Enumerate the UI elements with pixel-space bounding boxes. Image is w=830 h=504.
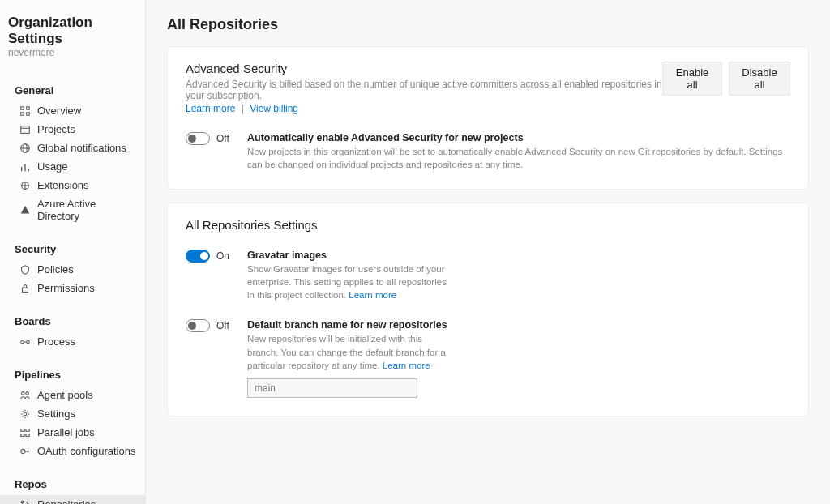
repo-icon bbox=[19, 499, 31, 505]
sidebar-item-overview[interactable]: Overview bbox=[0, 101, 145, 120]
all-repos-settings-card: All Repositories Settings On Gravatar im… bbox=[167, 203, 809, 416]
sidebar-item-settings[interactable]: Settings bbox=[0, 404, 145, 423]
learn-more-link[interactable]: Learn more bbox=[186, 103, 235, 114]
sidebar-item-usage[interactable]: Usage bbox=[0, 157, 145, 176]
auto-enable-title: Automatically enable Advanced Security f… bbox=[247, 132, 790, 143]
process-icon bbox=[19, 336, 31, 348]
org-name: nevermore bbox=[8, 47, 137, 58]
sidebar-group-repos: Repos bbox=[0, 475, 145, 495]
svg-rect-1 bbox=[27, 106, 30, 109]
bar-chart-icon bbox=[19, 161, 31, 173]
svg-point-17 bbox=[21, 340, 24, 344]
svg-rect-23 bbox=[21, 429, 24, 431]
agents-icon bbox=[19, 390, 31, 401]
main-content: All Repositories Advanced Security Advan… bbox=[146, 0, 830, 504]
sidebar-item-projects[interactable]: Projects bbox=[0, 120, 145, 139]
shield-icon bbox=[19, 264, 31, 275]
svg-point-27 bbox=[21, 449, 25, 453]
svg-rect-0 bbox=[21, 106, 24, 109]
globe-icon bbox=[19, 143, 31, 154]
sidebar-item-label: Usage bbox=[37, 160, 68, 173]
view-billing-link[interactable]: View billing bbox=[250, 103, 298, 114]
parallel-icon bbox=[19, 427, 31, 438]
gravatar-learn-more-link[interactable]: Learn more bbox=[349, 290, 396, 300]
lock-icon bbox=[19, 283, 31, 294]
org-settings-title: Organization Settings bbox=[8, 15, 137, 47]
advanced-security-card: Advanced Security Advanced Security is b… bbox=[167, 46, 809, 190]
svg-point-21 bbox=[26, 391, 29, 395]
sidebar-item-repositories[interactable]: Repositories bbox=[0, 495, 145, 504]
sidebar-group-security: Security bbox=[0, 240, 145, 260]
sidebar-group-general: General bbox=[0, 81, 145, 101]
auto-enable-desc: New projects in this organization will b… bbox=[247, 145, 790, 171]
svg-point-18 bbox=[27, 340, 30, 344]
svg-rect-16 bbox=[23, 288, 28, 292]
sidebar-item-agent-pools[interactable]: Agent pools bbox=[0, 386, 145, 404]
svg-marker-15 bbox=[21, 206, 30, 214]
sidebar-group-boards: Boards bbox=[0, 312, 145, 332]
svg-rect-25 bbox=[21, 434, 24, 436]
gravatar-toggle[interactable] bbox=[186, 250, 210, 263]
sidebar-item-oauth[interactable]: OAuth configurations bbox=[0, 442, 145, 460]
gravatar-desc: Show Gravatar images for users outside o… bbox=[247, 263, 450, 301]
projects-icon bbox=[19, 124, 31, 135]
svg-rect-4 bbox=[21, 126, 30, 133]
default-branch-toggle[interactable] bbox=[186, 319, 210, 332]
all-repos-title: All Repositories Settings bbox=[186, 218, 790, 232]
extensions-icon bbox=[19, 180, 31, 191]
sidebar-item-permissions[interactable]: Permissions bbox=[0, 279, 145, 297]
gravatar-state: On bbox=[216, 250, 229, 262]
page-title: All Repositories bbox=[167, 16, 809, 33]
enable-all-button[interactable]: Enable all bbox=[662, 62, 722, 96]
svg-point-22 bbox=[24, 412, 27, 416]
svg-rect-24 bbox=[26, 429, 29, 431]
default-branch-desc: New repositories will be initialized wit… bbox=[247, 332, 450, 371]
advanced-security-desc: Advanced Security is billed based on the… bbox=[186, 79, 662, 101]
sidebar-item-label: Repositories bbox=[37, 498, 96, 504]
grid-icon bbox=[19, 105, 31, 117]
sidebar-item-label: Overview bbox=[37, 105, 81, 117]
advanced-security-title: Advanced Security bbox=[186, 62, 662, 75]
sidebar-item-label: Projects bbox=[37, 123, 75, 135]
default-branch-learn-more-link[interactable]: Learn more bbox=[383, 361, 430, 370]
svg-point-30 bbox=[21, 501, 24, 503]
svg-rect-2 bbox=[21, 112, 24, 115]
disable-all-button[interactable]: Disable all bbox=[729, 62, 790, 96]
sidebar-item-global-notifications[interactable]: Global notifications bbox=[0, 139, 145, 157]
gear-icon bbox=[19, 408, 31, 420]
sidebar-item-label: Agent pools bbox=[37, 389, 93, 401]
sidebar-item-extensions[interactable]: Extensions bbox=[0, 176, 145, 194]
sidebar-item-policies[interactable]: Policies bbox=[0, 260, 145, 279]
svg-point-20 bbox=[22, 391, 25, 395]
default-branch-state: Off bbox=[216, 320, 229, 331]
sidebar-item-azure-ad[interactable]: Azure Active Directory bbox=[0, 194, 145, 225]
svg-rect-26 bbox=[26, 434, 29, 436]
sidebar: Organization Settings nevermore General … bbox=[0, 0, 146, 504]
sidebar-item-process[interactable]: Process bbox=[0, 332, 145, 351]
auto-enable-state: Off bbox=[216, 133, 229, 144]
sidebar-group-pipelines: Pipelines bbox=[0, 365, 145, 386]
sidebar-item-label: Parallel jobs bbox=[37, 426, 95, 438]
key-icon bbox=[19, 446, 31, 457]
sidebar-item-label: Permissions bbox=[37, 282, 95, 294]
sidebar-item-label: Azure Active Directory bbox=[37, 198, 137, 222]
default-branch-input[interactable] bbox=[247, 378, 417, 398]
azure-icon bbox=[19, 204, 31, 216]
sidebar-item-label: Policies bbox=[37, 263, 74, 275]
default-branch-title: Default branch name for new repositories bbox=[247, 319, 790, 331]
svg-rect-3 bbox=[27, 112, 30, 115]
sidebar-item-label: OAuth configurations bbox=[37, 445, 135, 457]
sidebar-item-label: Global notifications bbox=[37, 142, 126, 154]
sidebar-item-label: Process bbox=[37, 335, 75, 348]
gravatar-title: Gravatar images bbox=[247, 250, 790, 261]
sidebar-item-parallel-jobs[interactable]: Parallel jobs bbox=[0, 423, 145, 442]
sidebar-item-label: Settings bbox=[37, 408, 75, 420]
sidebar-item-label: Extensions bbox=[37, 179, 89, 191]
auto-enable-toggle[interactable] bbox=[186, 132, 210, 145]
